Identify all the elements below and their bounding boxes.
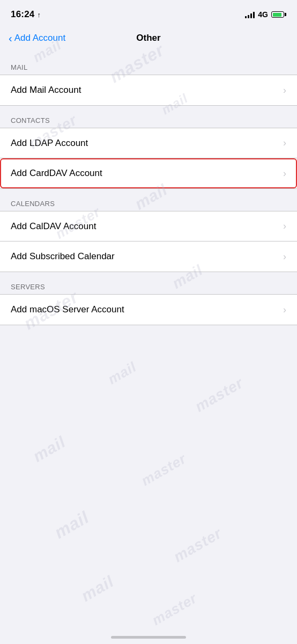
section-header-contacts: CONTACTS bbox=[0, 106, 297, 128]
back-chevron-icon: ‹ bbox=[9, 33, 12, 43]
section-mail: MAIL Add Mail Account › bbox=[0, 53, 297, 106]
carrier-text: 4G bbox=[258, 10, 268, 19]
list-item-add-carddav-account[interactable]: Add CardDAV Account › bbox=[0, 158, 297, 188]
section-servers: SERVERS Add macOS Server Account › bbox=[0, 272, 297, 325]
status-time: 16:24 bbox=[11, 9, 34, 20]
location-arrow-icon: ↑ bbox=[37, 11, 41, 19]
chevron-right-icon: › bbox=[283, 304, 286, 316]
battery-icon bbox=[271, 11, 286, 18]
status-icons: 4G bbox=[245, 10, 286, 19]
list-item-add-mail-account[interactable]: Add Mail Account › bbox=[0, 75, 297, 105]
chevron-right-icon: › bbox=[283, 85, 286, 96]
add-mail-account-label: Add Mail Account bbox=[11, 85, 81, 96]
chevron-right-icon: › bbox=[283, 168, 286, 179]
add-macos-server-account-label: Add macOS Server Account bbox=[11, 304, 124, 315]
section-contacts: CONTACTS Add LDAP Account › Add CardDAV … bbox=[0, 106, 297, 189]
section-calendars: CALENDARS Add CalDAV Account › Add Subsc… bbox=[0, 189, 297, 272]
list-item-add-subscribed-calendar[interactable]: Add Subscribed Calendar › bbox=[0, 241, 297, 272]
list-item-add-ldap-account[interactable]: Add LDAP Account › bbox=[0, 128, 297, 158]
page-title: Other bbox=[136, 33, 160, 43]
signal-bars-icon bbox=[245, 11, 255, 18]
list-item-add-macos-server-account[interactable]: Add macOS Server Account › bbox=[0, 295, 297, 325]
list-item-add-caldav-account[interactable]: Add CalDAV Account › bbox=[0, 211, 297, 241]
section-list-servers: Add macOS Server Account › bbox=[0, 294, 297, 325]
section-list-calendars: Add CalDAV Account › Add Subscribed Cale… bbox=[0, 211, 297, 272]
back-button[interactable]: ‹ Add Account bbox=[9, 33, 65, 43]
add-carddav-account-label: Add CardDAV Account bbox=[11, 168, 102, 179]
section-header-servers: SERVERS bbox=[0, 272, 297, 294]
status-bar: 16:24 ↑ 4G bbox=[0, 0, 297, 26]
content-area: MAIL Add Mail Account › CONTACTS Add LDA… bbox=[0, 53, 297, 325]
chevron-right-icon: › bbox=[283, 221, 286, 232]
chevron-right-icon: › bbox=[283, 251, 286, 262]
home-indicator bbox=[111, 636, 186, 639]
section-header-mail: MAIL bbox=[0, 53, 297, 75]
add-caldav-account-label: Add CalDAV Account bbox=[11, 221, 96, 232]
back-label: Add Account bbox=[14, 33, 65, 43]
section-header-calendars: CALENDARS bbox=[0, 189, 297, 211]
section-list-mail: Add Mail Account › bbox=[0, 75, 297, 106]
add-ldap-account-label: Add LDAP Account bbox=[11, 138, 88, 149]
chevron-right-icon: › bbox=[283, 137, 286, 149]
add-subscribed-calendar-label: Add Subscribed Calendar bbox=[11, 251, 115, 262]
nav-bar: ‹ Add Account Other bbox=[0, 26, 297, 53]
section-list-contacts: Add LDAP Account › Add CardDAV Account › bbox=[0, 128, 297, 189]
